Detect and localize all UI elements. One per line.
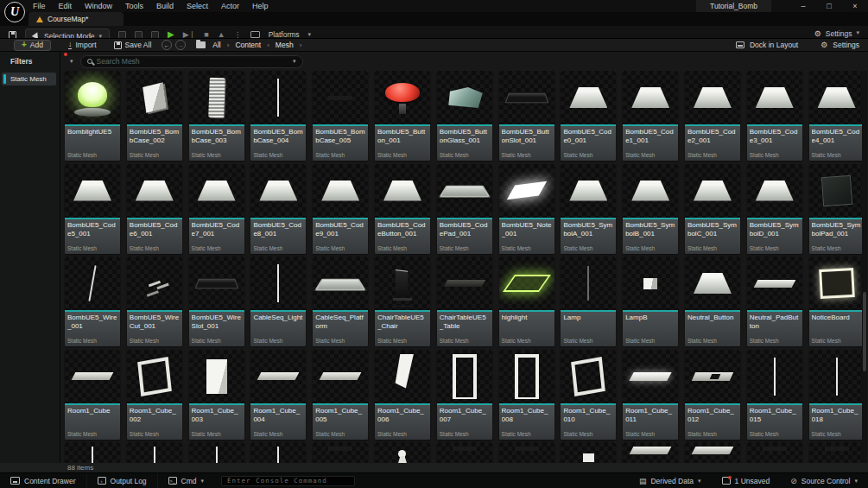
asset-tile[interactable] bbox=[437, 442, 492, 463]
tab-coursemap[interactable]: CourseMap* bbox=[29, 12, 124, 26]
asset-tile-Room1_Cube_011[interactable]: Room1_Cube_011 Static Mesh bbox=[623, 350, 678, 440]
source-control-button[interactable]: ⊘ Source Control ▾ bbox=[780, 473, 868, 488]
asset-tile-Room1_Cube_006[interactable]: Room1_Cube_006 Static Mesh bbox=[375, 350, 430, 440]
asset-tile-Room1_Cube_004[interactable]: Room1_Cube_004 Static Mesh bbox=[250, 350, 306, 440]
unreal-logo-icon[interactable]: U bbox=[4, 2, 25, 22]
asset-tile-BombUE5_SymbolA_001[interactable]: BombUE5_SymbolA_001 Static Mesh bbox=[561, 164, 616, 254]
asset-tile-BombUE5_Code2_001[interactable]: BombUE5_Code2_001 Static Mesh bbox=[685, 71, 740, 161]
asset-tile-NoticeBoard[interactable]: NoticeBoard Static Mesh bbox=[809, 257, 865, 346]
grid-scrollbar-thumb[interactable] bbox=[863, 292, 866, 371]
asset-tile-BombUE5_BombCase_005[interactable]: BombUE5_BombCase_005 Static Mesh bbox=[313, 71, 368, 161]
back-icon[interactable]: ← bbox=[162, 40, 172, 50]
asset-tile-Lamp[interactable]: Lamp Static Mesh bbox=[561, 257, 616, 346]
breadcrumb-content[interactable]: Content bbox=[235, 41, 261, 49]
filter-funnel-button[interactable] bbox=[60, 54, 67, 69]
asset-tile-BombUE5_Code3_001[interactable]: BombUE5_Code3_001 Static Mesh bbox=[747, 71, 802, 161]
menu-edit[interactable]: Edit bbox=[59, 2, 73, 10]
menu-select[interactable]: Select bbox=[187, 2, 208, 10]
asset-tile-BombUE5_ButtonGlass_001[interactable]: BombUE5_ButtonGlass_001 Static Mesh bbox=[437, 71, 492, 161]
unsaved-button[interactable]: 1 Unsaved bbox=[712, 473, 781, 488]
asset-tile-Room1_Cube_005[interactable]: Room1_Cube_005 Static Mesh bbox=[313, 350, 368, 440]
asset-tile-CableSeq_Platform[interactable]: CableSeq_Platform Static Mesh bbox=[313, 257, 368, 346]
asset-tile-BombUE5_Note_001[interactable]: BombUE5_Note_001 Static Mesh bbox=[499, 164, 554, 254]
asset-tile[interactable] bbox=[127, 442, 182, 463]
asset-tile[interactable] bbox=[499, 442, 554, 463]
asset-tile-BombUE5_Code6_001[interactable]: BombUE5_Code6_001 Static Mesh bbox=[127, 164, 182, 254]
asset-tile-BombUE5_WireCut_001[interactable]: BombUE5_WireCut_001 Static Mesh bbox=[127, 257, 182, 346]
asset-tile-BombUE5_SymbolC_001[interactable]: BombUE5_SymbolC_001 Static Mesh bbox=[685, 164, 740, 254]
asset-tile-BombUE5_Code1_001[interactable]: BombUE5_Code1_001 Static Mesh bbox=[623, 71, 678, 161]
asset-tile-BomblightUE5[interactable]: BomblightUE5 Static Mesh bbox=[65, 71, 120, 161]
asset-tile-ChairTableUE5_Chair[interactable]: ChairTableUE5_Chair Static Mesh bbox=[375, 257, 430, 346]
cb-settings-button[interactable]: Settings bbox=[833, 41, 859, 49]
minimize-icon[interactable]: – bbox=[790, 2, 816, 10]
asset-tile-BombUE5_Wire_001[interactable]: BombUE5_Wire_001 Static Mesh bbox=[65, 257, 120, 346]
asset-tile-Room1_Cube_010[interactable]: Room1_Cube_010 Static Mesh bbox=[561, 350, 616, 440]
breadcrumb-mesh[interactable]: Mesh bbox=[276, 41, 294, 49]
breadcrumb-all[interactable]: All bbox=[212, 41, 220, 49]
add-button[interactable]: + Add bbox=[14, 40, 51, 51]
asset-tile-Room1_Cube_007[interactable]: Room1_Cube_007 Static Mesh bbox=[437, 350, 492, 440]
toolbar-settings-dropdown[interactable]: Settings bbox=[826, 29, 852, 38]
asset-tile-Room1_Cube[interactable]: Room1_Cube Static Mesh bbox=[65, 350, 120, 440]
console-command-input[interactable] bbox=[221, 476, 355, 486]
asset-tile-Room1_Cube_008[interactable]: Room1_Cube_008 Static Mesh bbox=[499, 350, 554, 440]
asset-tile-Room1_Cube_002[interactable]: Room1_Cube_002 Static Mesh bbox=[127, 350, 182, 440]
menu-help[interactable]: Help bbox=[252, 2, 269, 10]
asset-tile[interactable] bbox=[561, 442, 616, 463]
asset-tile-ChairTableUE5_Table[interactable]: ChairTableUE5_Table Static Mesh bbox=[437, 257, 492, 346]
asset-tile[interactable] bbox=[375, 442, 430, 463]
forward-icon[interactable]: → bbox=[175, 40, 186, 50]
content-drawer-button[interactable]: Content Drawer bbox=[0, 473, 87, 488]
asset-tile-Room1_Cube_012[interactable]: Room1_Cube_012 Static Mesh bbox=[685, 350, 740, 440]
asset-tile-BombUE5_ButtonSlot_001[interactable]: BombUE5_ButtonSlot_001 Static Mesh bbox=[499, 71, 554, 161]
asset-tile-BombUE5_CodePad_001[interactable]: BombUE5_CodePad_001 Static Mesh bbox=[437, 164, 492, 254]
cmd-dropdown[interactable]: >_ Cmd ▾ bbox=[158, 473, 214, 488]
asset-tile-CableSeq_Light[interactable]: CableSeq_Light Static Mesh bbox=[250, 257, 306, 346]
chevron-down-icon[interactable]: ▾ bbox=[70, 58, 73, 65]
asset-tile-Neutral_PadButton[interactable]: Neutral_PadButton Static Mesh bbox=[747, 257, 802, 346]
dock-in-layout-button[interactable]: Dock in Layout bbox=[750, 41, 798, 49]
output-log-button[interactable]: › Output Log bbox=[87, 473, 158, 488]
menu-tools[interactable]: Tools bbox=[125, 2, 143, 10]
chevron-down-icon[interactable]: ▾ bbox=[293, 58, 296, 65]
asset-tile-Room1_Cube_003[interactable]: Room1_Cube_003 Static Mesh bbox=[189, 350, 244, 440]
asset-tile-BombUE5_Code7_001[interactable]: BombUE5_Code7_001 Static Mesh bbox=[189, 164, 244, 254]
filter-chip-static-mesh[interactable]: Static Mesh bbox=[2, 73, 56, 86]
asset-tile-BombUE5_BombCase_003[interactable]: BombUE5_BombCase_003 Static Mesh bbox=[189, 71, 244, 161]
import-button[interactable]: ↓ Import bbox=[68, 41, 97, 49]
asset-tile-BombUE5_CodeButton_001[interactable]: BombUE5_CodeButton_001 Static Mesh bbox=[375, 164, 430, 254]
asset-tile-BombUE5_Code5_001[interactable]: BombUE5_Code5_001 Static Mesh bbox=[65, 164, 120, 254]
asset-tile-BombUE5_Button_001[interactable]: BombUE5_Button_001 Static Mesh bbox=[375, 71, 430, 161]
asset-tile-BombUE5_SymbolPad_001[interactable]: BombUE5_SymbolPad_001 Static Mesh bbox=[809, 164, 865, 254]
grid-scrollbar[interactable] bbox=[862, 71, 867, 463]
search-box[interactable]: ▾ bbox=[80, 55, 303, 68]
asset-tile-BombUE5_SymbolB_001[interactable]: BombUE5_SymbolB_001 Static Mesh bbox=[623, 164, 678, 254]
asset-tile-BombUE5_Code4_001[interactable]: BombUE5_Code4_001 Static Mesh bbox=[809, 71, 865, 161]
asset-tile[interactable] bbox=[623, 442, 678, 463]
asset-tile-BombUE5_WireSlot_001[interactable]: BombUE5_WireSlot_001 Static Mesh bbox=[189, 257, 244, 346]
asset-tile-Room1_Cube_015[interactable]: Room1_Cube_015 Static Mesh bbox=[747, 350, 802, 440]
asset-tile-BombUE5_BombCase_002[interactable]: BombUE5_BombCase_002 Static Mesh bbox=[127, 71, 182, 161]
asset-tile[interactable] bbox=[250, 442, 306, 463]
asset-tile-BombUE5_Code8_001[interactable]: BombUE5_Code8_001 Static Mesh bbox=[250, 164, 306, 254]
asset-tile-BombUE5_SymbolD_001[interactable]: BombUE5_SymbolD_001 Static Mesh bbox=[747, 164, 802, 254]
maximize-icon[interactable]: □ bbox=[816, 2, 842, 10]
derived-data-button[interactable]: ▤ Derived Data ▾ bbox=[629, 473, 712, 488]
asset-tile[interactable] bbox=[809, 442, 865, 463]
menu-window[interactable]: Window bbox=[85, 2, 112, 10]
asset-tile[interactable] bbox=[65, 442, 120, 463]
asset-tile-Room1_Cube_018[interactable]: Room1_Cube_018 Static Mesh bbox=[809, 350, 865, 440]
asset-tile[interactable] bbox=[189, 442, 244, 463]
menu-actor[interactable]: Actor bbox=[221, 2, 239, 10]
asset-tile[interactable] bbox=[313, 442, 368, 463]
asset-tile-highlight[interactable]: highlight Static Mesh bbox=[499, 257, 554, 346]
asset-tile[interactable] bbox=[685, 442, 740, 463]
asset-tile-BombUE5_Code0_001[interactable]: BombUE5_Code0_001 Static Mesh bbox=[561, 71, 616, 161]
menu-build[interactable]: Build bbox=[156, 2, 174, 10]
asset-tile-BombUE5_BombCase_004[interactable]: BombUE5_BombCase_004 Static Mesh bbox=[250, 71, 306, 161]
asset-tile[interactable] bbox=[747, 442, 802, 463]
save-all-button[interactable]: Save All bbox=[114, 41, 152, 49]
asset-tile-Neutral_Button[interactable]: Neutral_Button Static Mesh bbox=[685, 257, 740, 346]
close-icon[interactable]: × bbox=[842, 2, 868, 10]
